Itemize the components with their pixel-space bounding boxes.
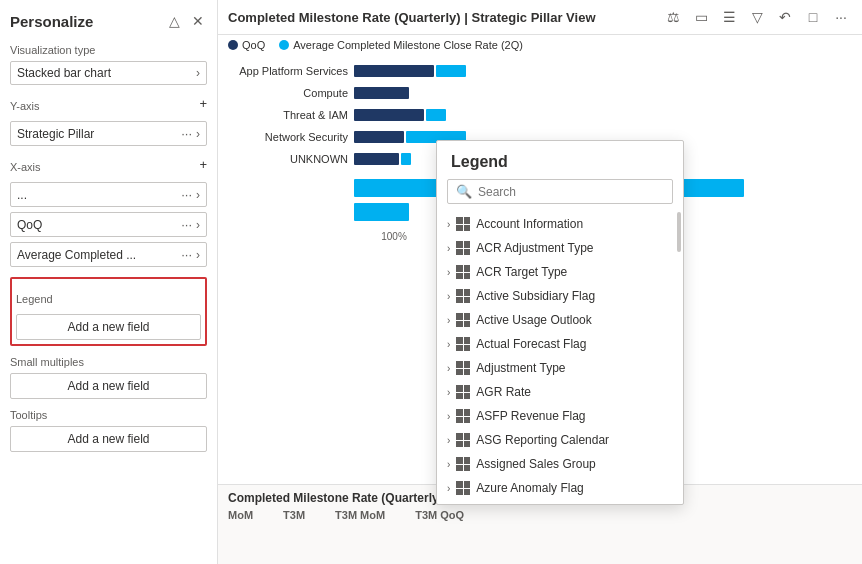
table-row: Compute	[228, 85, 852, 101]
tooltips-add-button[interactable]: Add a new field	[10, 426, 207, 452]
bar-container	[354, 63, 466, 79]
chart-header: Completed Milestone Rate (Quarterly) | S…	[218, 0, 862, 35]
scrollbar[interactable]	[677, 212, 681, 252]
legend-header: Legend	[16, 283, 201, 310]
legend-list: › Account Information › ACR Adjustment T…	[437, 212, 683, 500]
item-label: Active Usage Outlook	[476, 313, 591, 327]
viz-type-chevron-icon: ›	[196, 66, 200, 80]
small-multiples-section: Small multiples Add a new field	[10, 356, 207, 399]
bar-label: Network Security	[228, 131, 348, 143]
grid-icon	[456, 217, 470, 231]
small-extra-bar	[354, 203, 409, 221]
search-icon: 🔍	[456, 184, 472, 199]
x-axis-item1-more-icon[interactable]: ···	[181, 187, 192, 202]
x-axis-header: X-axis +	[10, 151, 207, 178]
list-item[interactable]: › ACR Adjustment Type	[437, 236, 683, 260]
panel-actions: △ ✕	[165, 12, 207, 30]
item-label: Account Information	[476, 217, 583, 231]
grid-icon	[456, 433, 470, 447]
bar-dark	[354, 65, 434, 77]
viz-type-label: Visualization type	[10, 44, 207, 56]
x-axis-item2-chevron-icon: ›	[196, 218, 200, 232]
bar-container	[354, 151, 411, 167]
list-item[interactable]: › Assigned Sales Group	[437, 452, 683, 476]
viz-type-dropdown[interactable]: Stacked bar chart ›	[10, 61, 207, 85]
small-multiples-add-button[interactable]: Add a new field	[10, 373, 207, 399]
expand-icon[interactable]: □	[802, 6, 824, 28]
y-axis-dropdown[interactable]: Strategic Pillar ··· ›	[10, 121, 207, 146]
grid-icon	[456, 409, 470, 423]
legend-section: Legend Add a new field	[10, 277, 207, 346]
list-item[interactable]: › Actual Forecast Flag	[437, 332, 683, 356]
y-axis-more-icon[interactable]: ···	[181, 126, 192, 141]
table-row: Threat & IAM	[228, 107, 852, 123]
list-item[interactable]: › ASG Reporting Calendar	[437, 428, 683, 452]
item-label: ASG Reporting Calendar	[476, 433, 609, 447]
x-axis-item-1[interactable]: ... ··· ›	[10, 182, 207, 207]
item-chevron-icon: ›	[447, 363, 450, 374]
bottom-cols: MoM T3M T3M MoM T3M QoQ	[228, 509, 852, 521]
item-chevron-icon: ›	[447, 267, 450, 278]
copy-icon[interactable]: ▭	[690, 6, 712, 28]
legend-search-box[interactable]: 🔍	[447, 179, 673, 204]
item-label: Active Subsidiary Flag	[476, 289, 595, 303]
chart-toolbar: ⚖ ▭ ☰ ▽ ↶ □ ···	[662, 6, 852, 28]
col-mom: MoM	[228, 509, 253, 521]
bar-dark	[354, 87, 409, 99]
x-axis-item-2[interactable]: QoQ ··· ›	[10, 212, 207, 237]
grid-icon	[456, 289, 470, 303]
tooltips-section: Tooltips Add a new field	[10, 409, 207, 452]
search-input[interactable]	[478, 185, 664, 199]
x-axis-item2-more-icon[interactable]: ···	[181, 217, 192, 232]
x-axis-item1-value: ...	[17, 188, 181, 202]
grid-icon	[456, 313, 470, 327]
help-icon[interactable]: △	[165, 12, 183, 30]
list-item[interactable]: › ACR Target Type	[437, 260, 683, 284]
legend-add-button[interactable]: Add a new field	[16, 314, 201, 340]
y-axis-label: Y-axis	[10, 100, 40, 112]
list-item[interactable]: › AGR Rate	[437, 380, 683, 404]
list-item[interactable]: › Active Usage Outlook	[437, 308, 683, 332]
list-item[interactable]: › Active Subsidiary Flag	[437, 284, 683, 308]
item-chevron-icon: ›	[447, 243, 450, 254]
viz-type-value: Stacked bar chart	[17, 66, 196, 80]
list-item[interactable]: › Account Information	[437, 212, 683, 236]
grid-icon	[456, 337, 470, 351]
x-axis-item3-value: Average Completed ...	[17, 248, 181, 262]
bar-label: UNKNOWN	[228, 153, 348, 165]
item-chevron-icon: ›	[447, 483, 450, 494]
more-icon[interactable]: ···	[830, 6, 852, 28]
bar-label: App Platform Services	[228, 65, 348, 77]
item-label: ASFP Revenue Flag	[476, 409, 585, 423]
x-axis-item1-chevron-icon: ›	[196, 188, 200, 202]
grid-icon	[456, 481, 470, 495]
list-item[interactable]: › Adjustment Type	[437, 356, 683, 380]
chart-panel: Completed Milestone Rate (Quarterly) | S…	[218, 0, 862, 564]
qoq-dot	[228, 40, 238, 50]
x-axis-add-icon[interactable]: +	[199, 157, 207, 172]
col-t3m-mom: T3M MoM	[335, 509, 385, 521]
item-chevron-icon: ›	[447, 315, 450, 326]
bar-blue	[426, 109, 446, 121]
x-axis-item3-more-icon[interactable]: ···	[181, 247, 192, 262]
legend-label: Legend	[16, 293, 53, 305]
list-item[interactable]: › Azure Anomaly Flag	[437, 476, 683, 500]
bar-label: Threat & IAM	[228, 109, 348, 121]
grid-icon	[456, 241, 470, 255]
col-t3m-qoq: T3M QoQ	[415, 509, 464, 521]
y-axis-add-icon[interactable]: +	[199, 96, 207, 111]
spotlight-icon[interactable]: ▽	[746, 6, 768, 28]
x-axis-item-3[interactable]: Average Completed ... ··· ›	[10, 242, 207, 267]
undo-icon[interactable]: ↶	[774, 6, 796, 28]
item-label: Actual Forecast Flag	[476, 337, 586, 351]
filter-icon[interactable]: ⚖	[662, 6, 684, 28]
item-chevron-icon: ›	[447, 219, 450, 230]
close-icon[interactable]: ✕	[189, 12, 207, 30]
grid-icon	[456, 265, 470, 279]
legend-dropdown-title: Legend	[437, 141, 683, 179]
legend-item-avg: Average Completed Milestone Close Rate (…	[279, 39, 523, 51]
table-icon[interactable]: ☰	[718, 6, 740, 28]
item-chevron-icon: ›	[447, 459, 450, 470]
item-label: Adjustment Type	[476, 361, 565, 375]
list-item[interactable]: › ASFP Revenue Flag	[437, 404, 683, 428]
